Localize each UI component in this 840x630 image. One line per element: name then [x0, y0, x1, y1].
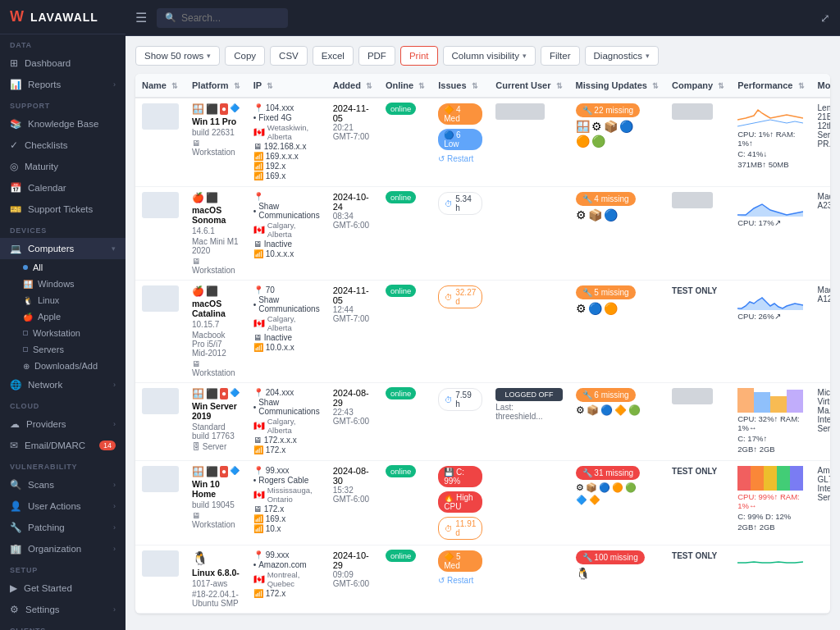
platform-cell: 🍎⬛ macOS Sonoma 14.6.1 Mac Mini M1 2020 …: [185, 187, 247, 281]
search-icon: 🔍: [165, 12, 176, 23]
svg-rect-10: [790, 466, 803, 491]
dashboard-icon: ⊞: [10, 57, 18, 69]
show-rows-button[interactable]: Show 50 rows ▾: [135, 46, 220, 66]
sidebar-item-checklists[interactable]: ✓ Checklists: [0, 135, 126, 156]
sidebar-subitem-apple[interactable]: 🍎 Apple: [0, 308, 126, 325]
sidebar-item-support-tickets[interactable]: 🎫 Support Tickets: [0, 199, 126, 220]
search-input[interactable]: [181, 12, 280, 24]
sidebar-subitem-workstation[interactable]: Workstation: [0, 325, 126, 341]
sidebar-item-network[interactable]: 🌐 Network ›: [0, 374, 126, 395]
chevron-right-icon: ›: [113, 605, 116, 614]
sidebar-item-organization[interactable]: 🏢 Organization ›: [0, 538, 126, 559]
topbar: ☰ 🔍 ⤢: [126, 0, 840, 36]
excel-button[interactable]: Excel: [313, 46, 354, 66]
issues-cell: 🔶 5 Med ↺ Restart: [431, 546, 489, 614]
company-cell: TEST ONLY: [665, 461, 731, 546]
chevron-right-icon: ›: [113, 80, 116, 89]
added-cell: 2024-11-05 12:44 GMT-7:00: [326, 281, 379, 383]
col-issues[interactable]: Issues ⇅: [431, 74, 489, 98]
user-cell: [489, 98, 568, 187]
sidebar-item-calendar[interactable]: 📅 Calendar: [0, 177, 126, 199]
table-row: 🍎⬛ macOS Catalina 10.15.7 Macbook Pro i5…: [135, 281, 830, 383]
diagnostics-label: Diagnostics: [594, 51, 642, 61]
sidebar-item-label: Dashboard: [25, 58, 71, 68]
performance-cell: CPU: 17%↗: [731, 187, 810, 281]
svg-rect-2: [737, 388, 754, 413]
missing-cell: 🔧 4 missing ⚙📦🔵: [569, 187, 665, 281]
col-performance[interactable]: Performance ⇅: [731, 74, 810, 98]
name-cell: [135, 187, 185, 281]
user-cell: [489, 281, 568, 383]
col-platform[interactable]: Platform ⇅: [185, 74, 247, 98]
sidebar-item-dashboard[interactable]: ⊞ Dashboard: [0, 52, 126, 74]
name-cell: [135, 383, 185, 461]
missing-cell: 🔧 22 missing 🪟⚙📦🔵🟠🟢: [569, 98, 665, 187]
expand-icon[interactable]: ⤢: [820, 11, 830, 25]
sidebar-subitem-linux[interactable]: 🐧 Linux: [0, 292, 126, 308]
section-clients: CLIENTS: [0, 620, 126, 630]
apple-icon: 🍎: [23, 313, 33, 322]
online-cell: online: [379, 281, 431, 383]
col-added[interactable]: Added ⇅: [326, 74, 379, 98]
hamburger-menu[interactable]: ☰: [135, 10, 147, 25]
sidebar-item-email-dmarc[interactable]: ✉ Email/DMARC 14: [0, 435, 126, 456]
pdf-button[interactable]: PDF: [358, 46, 395, 66]
col-current-user[interactable]: Current User ⇅: [489, 74, 568, 98]
maturity-icon: ◎: [10, 161, 18, 172]
copy-button[interactable]: Copy: [225, 46, 265, 66]
col-missing-updates[interactable]: Missing Updates ⇅: [569, 74, 665, 98]
svg-rect-7: [751, 466, 764, 491]
col-company[interactable]: Company ⇅: [665, 74, 731, 98]
section-support: SUPPORT: [0, 95, 126, 113]
print-label: Print: [409, 51, 429, 61]
filter-button[interactable]: Filter: [541, 46, 580, 66]
sidebar-item-user-actions[interactable]: 👤 User Actions ›: [0, 495, 126, 517]
name-cell: [135, 546, 185, 614]
sidebar-item-maturity[interactable]: ◎ Maturity: [0, 156, 126, 177]
sidebar-item-get-started[interactable]: ▶ Get Started: [0, 578, 126, 599]
sidebar-item-label: Providers: [26, 419, 66, 429]
chevron-right-icon: ›: [113, 545, 116, 553]
sidebar-item-providers[interactable]: ☁ Providers ›: [0, 413, 126, 435]
chevron-right-icon: ›: [113, 502, 116, 510]
settings-icon: ⚙: [10, 604, 19, 615]
issues-cell: ⏱ 7.59 h: [431, 383, 489, 461]
sidebar-subitem-windows[interactable]: 🪟 Windows: [0, 276, 126, 292]
org-icon: 🏢: [10, 543, 21, 555]
sidebar-item-settings[interactable]: ⚙ Settings ›: [0, 599, 126, 620]
sidebar-item-reports[interactable]: 📊 Reports ›: [0, 74, 126, 95]
chevron-right-icon: ›: [113, 381, 116, 389]
chevron-right-icon: ›: [113, 420, 116, 428]
sidebar-item-patching[interactable]: 🔧 Patching ›: [0, 517, 126, 538]
sidebar-subitem-downloads[interactable]: ⊕ Downloads/Add: [0, 358, 126, 374]
missing-cell: 🔧 5 missing ⚙🔵🟠: [569, 281, 665, 383]
print-button[interactable]: Print: [400, 46, 438, 66]
col-model[interactable]: Model ⇅: [811, 74, 830, 98]
col-name[interactable]: Name ⇅: [135, 74, 185, 98]
sidebar-item-scans[interactable]: 🔍 Scans ›: [0, 474, 126, 495]
sidebar-subitem-all[interactable]: All: [0, 259, 126, 276]
missing-cell: 🔧 100 missing 🐧: [569, 546, 665, 614]
sidebar-item-label: Settings: [25, 605, 60, 614]
svg-rect-3: [754, 392, 770, 413]
sidebar-item-label: Get Started: [24, 583, 72, 593]
sidebar-item-knowledge-base[interactable]: 📚 Knowledge Base: [0, 113, 126, 135]
model-cell: Lenovo21BV009...12th GenSerial: PR...: [811, 98, 830, 187]
csv-button[interactable]: CSV: [270, 46, 308, 66]
diagnostics-button[interactable]: Diagnostics ▾: [585, 46, 659, 66]
sidebar-subitem-servers[interactable]: Servers: [0, 341, 126, 358]
col-online[interactable]: Online ⇅: [379, 74, 431, 98]
section-data: DATA: [0, 34, 126, 52]
sidebar-item-computers[interactable]: 💻 Computers ▾: [0, 238, 126, 259]
subitem-label: Windows: [38, 279, 75, 289]
table-row: 🍎⬛ macOS Sonoma 14.6.1 Mac Mini M1 2020 …: [135, 187, 830, 281]
table-row: 🐧 Linux 6.8.0- 1017-aws #18-22.04.1-Ubun…: [135, 546, 830, 614]
svg-rect-8: [764, 466, 777, 491]
sidebar-item-label: Computers: [28, 244, 74, 253]
subitem-label: Linux: [38, 295, 59, 305]
copy-label: Copy: [234, 51, 256, 61]
company-cell: TEST ONLY: [665, 546, 731, 614]
col-ip[interactable]: IP ⇅: [247, 74, 326, 98]
column-visibility-button[interactable]: Column visibility ▾: [443, 46, 536, 66]
sidebar-item-label: Knowledge Base: [28, 119, 98, 129]
